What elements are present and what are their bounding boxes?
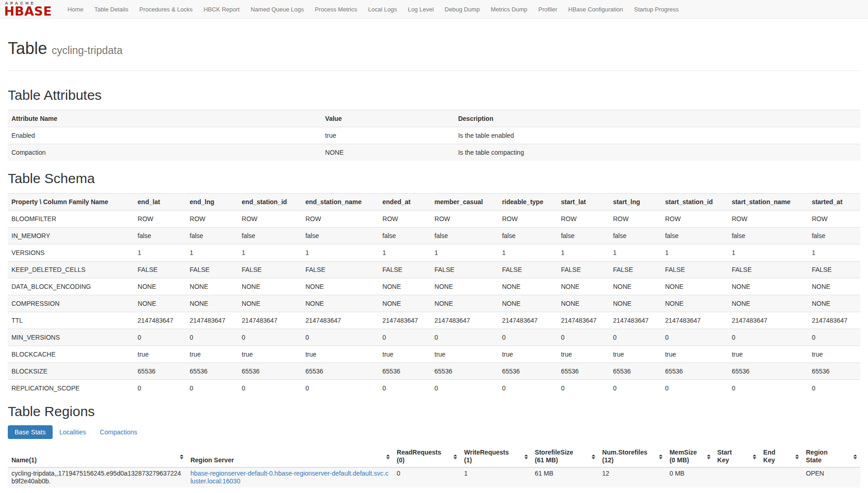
schema-value-cell: 2147483647 bbox=[186, 312, 238, 329]
schema-value-cell: NONE bbox=[661, 278, 728, 295]
schema-value-cell: NONE bbox=[238, 278, 302, 295]
regions-col-label: Name(1) bbox=[11, 456, 37, 465]
schema-col-start-lng: start_lng bbox=[609, 193, 662, 210]
schema-col-started-at: started_at bbox=[808, 193, 860, 210]
attribute-name-cell: Compaction bbox=[8, 144, 322, 161]
schema-value-cell: FALSE bbox=[609, 261, 662, 278]
regions-col-label: StorefileSize (61 MB) bbox=[535, 449, 578, 465]
schema-value-cell: 2147483647 bbox=[379, 312, 431, 329]
schema-property-cell: BLOOMFILTER bbox=[8, 210, 134, 227]
nav-item: Debug Dump bbox=[439, 1, 485, 17]
schema-value-cell: FALSE bbox=[661, 261, 728, 278]
nav-item-procedures-locks[interactable]: Procedures & Locks bbox=[134, 1, 198, 17]
regions-col-region-server[interactable]: Region Server bbox=[187, 446, 393, 467]
page-title-text: Table bbox=[8, 39, 47, 58]
nav-item-startup-progress[interactable]: Startup Progress bbox=[629, 1, 685, 17]
schema-row: IN_MEMORYfalsefalsefalsefalsefalsefalsef… bbox=[8, 227, 860, 244]
schema-value-cell: FALSE bbox=[431, 261, 499, 278]
schema-value-cell: 65536 bbox=[134, 363, 186, 379]
tab-base-stats[interactable]: Base Stats bbox=[8, 425, 53, 439]
schema-value-cell: true bbox=[186, 346, 238, 363]
regions-col-region-state[interactable]: Region State bbox=[802, 446, 860, 467]
schema-value-cell: false bbox=[661, 227, 728, 244]
schema-value-cell: false bbox=[379, 227, 431, 244]
schema-value-cell: ROW bbox=[498, 210, 557, 227]
regions-col-memsize-0-mb[interactable]: MemSize (0 MB) bbox=[666, 446, 713, 467]
schema-value-cell: NONE bbox=[557, 278, 609, 295]
regions-col-storefilesize-61-mb[interactable]: StorefileSize (61 MB) bbox=[531, 446, 598, 467]
regions-table: Name(1)Region ServerReadRequests (0)Writ… bbox=[8, 446, 860, 488]
sort-icon bbox=[453, 455, 457, 459]
nav-item-metrics-dump[interactable]: Metrics Dump bbox=[485, 1, 533, 17]
schema-value-cell: NONE bbox=[609, 278, 662, 295]
nav-item-profiler[interactable]: Profiler bbox=[533, 1, 563, 17]
regions-col-label: Region Server bbox=[190, 456, 234, 465]
attributes-col-attribute-name: Attribute Name bbox=[8, 110, 322, 127]
schema-value-cell: 65536 bbox=[661, 363, 728, 379]
schema-value-cell: NONE bbox=[609, 295, 662, 312]
nav-item-home[interactable]: Home bbox=[62, 1, 89, 17]
attributes-table: Attribute NameValueDescriptionEnabledtru… bbox=[8, 110, 860, 161]
schema-value-cell: 0 bbox=[609, 379, 662, 396]
schema-value-cell: 1 bbox=[728, 244, 808, 261]
attribute-description-cell: Is the table enabled bbox=[454, 127, 860, 144]
nav-item-hbck-report[interactable]: HBCK Report bbox=[198, 1, 245, 17]
page-title: Tablecycling-tripdata bbox=[8, 39, 860, 58]
schema-value-cell: 65536 bbox=[431, 363, 499, 379]
regions-col-name-1[interactable]: Name(1) bbox=[8, 446, 187, 467]
schema-col-end-lng: end_lng bbox=[186, 193, 238, 210]
schema-row: VERSIONS111111111111 bbox=[8, 244, 860, 261]
schema-value-cell: NONE bbox=[134, 278, 186, 295]
nav-item-local-logs[interactable]: Local Logs bbox=[363, 1, 403, 17]
schema-value-cell: ROW bbox=[808, 210, 860, 227]
schema-value-cell: 0 bbox=[379, 379, 431, 396]
schema-value-cell: FALSE bbox=[557, 261, 609, 278]
nav-item-table-details[interactable]: Table Details bbox=[89, 1, 134, 17]
hbase-logo[interactable]: APACHE HBASE bbox=[4, 1, 52, 17]
regions-col-num-storefiles-12[interactable]: Num.Storefiles (12) bbox=[598, 446, 666, 467]
schema-value-cell: NONE bbox=[661, 295, 728, 312]
nav-item-debug-dump[interactable]: Debug Dump bbox=[439, 1, 485, 17]
schema-value-cell: 2147483647 bbox=[431, 312, 499, 329]
regions-col-readrequests-0[interactable]: ReadRequests (0) bbox=[393, 446, 460, 467]
top-navbar: APACHE HBASE HomeTable DetailsProcedures… bbox=[0, 0, 868, 19]
attributes-col-description: Description bbox=[454, 110, 860, 127]
regions-table-head: Name(1)Region ServerReadRequests (0)Writ… bbox=[8, 446, 860, 467]
regions-col-end-key[interactable]: End Key bbox=[760, 446, 802, 467]
regions-header-row: Name(1)Region ServerReadRequests (0)Writ… bbox=[8, 446, 860, 467]
schema-value-cell: 2147483647 bbox=[557, 312, 609, 329]
regions-col-label: End Key bbox=[763, 449, 782, 465]
regions-heading: Table Regions bbox=[8, 404, 860, 419]
tab-compactions[interactable]: Compactions bbox=[93, 425, 144, 439]
nav-item: Local Logs bbox=[363, 1, 403, 17]
nav-item-hbase-configuration[interactable]: HBase Configuration bbox=[563, 1, 629, 17]
schema-value-cell: NONE bbox=[498, 295, 557, 312]
regions-col-start-key[interactable]: Start Key bbox=[714, 446, 760, 467]
regions-col-writerequests-1[interactable]: WriteRequests (1) bbox=[460, 446, 531, 467]
attribute-row: EnabledtrueIs the table enabled bbox=[8, 127, 860, 144]
schema-value-cell: 1 bbox=[661, 244, 728, 261]
schema-value-cell: FALSE bbox=[238, 261, 302, 278]
nav-item: Startup Progress bbox=[629, 1, 685, 17]
attributes-col-value: Value bbox=[322, 110, 455, 127]
nav-item: Named Queue Logs bbox=[245, 1, 309, 17]
schema-value-cell: 1 bbox=[498, 244, 557, 261]
sort-icon bbox=[592, 455, 595, 459]
schema-value-cell: NONE bbox=[379, 278, 431, 295]
schema-value-cell: 1 bbox=[186, 244, 238, 261]
schema-value-cell: true bbox=[498, 346, 557, 363]
schema-value-cell: ROW bbox=[379, 210, 431, 227]
tab-localities[interactable]: Localities bbox=[53, 425, 93, 439]
schema-table: Property \ Column Family Nameend_latend_… bbox=[8, 193, 860, 396]
schema-col-start-station-id: start_station_id bbox=[661, 193, 728, 210]
schema-value-cell: ROW bbox=[728, 210, 808, 227]
nav-item-named-queue-logs[interactable]: Named Queue Logs bbox=[245, 1, 309, 17]
page-subtitle: cycling-tripdata bbox=[52, 44, 123, 56]
schema-row: COMPRESSIONNONENONENONENONENONENONENONEN… bbox=[8, 295, 860, 312]
schema-value-cell: true bbox=[728, 346, 808, 363]
schema-value-cell: 65536 bbox=[609, 363, 662, 379]
nav-item-process-metrics[interactable]: Process Metrics bbox=[309, 1, 362, 17]
region-server-link[interactable]: hbase-regionserver-default-0.hbase-regio… bbox=[190, 470, 388, 485]
nav-item-log-level[interactable]: Log Level bbox=[402, 1, 439, 17]
nav-item: Log Level bbox=[402, 1, 439, 17]
